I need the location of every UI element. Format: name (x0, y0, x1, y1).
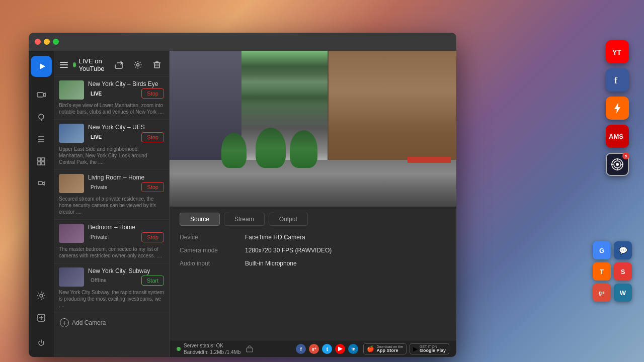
main-content: LIVE on YouTube (29, 51, 456, 357)
title-bar (29, 33, 456, 51)
sidebar (29, 51, 54, 357)
small-dock-t[interactable]: T (593, 262, 611, 281)
s-label: S (621, 268, 625, 276)
small-dock-g[interactable]: G (593, 241, 611, 259)
live-dot (73, 62, 76, 67)
camera-item-nyc-subway[interactable]: New York City, Subway Offline Start New … (54, 263, 169, 313)
dock-facebook[interactable]: f (606, 68, 629, 92)
camera-name-bedroom: Bedroom – Home (88, 224, 164, 231)
camera-thumb-nyc-ues (59, 124, 84, 143)
social-twitter[interactable]: t (322, 344, 332, 354)
add-camera-label: Add Camera (72, 319, 106, 326)
dock-flash[interactable] (606, 97, 629, 120)
small-dock-s[interactable]: S (614, 262, 632, 281)
svg-text:f: f (614, 75, 618, 85)
playstore-text: GET IT ON Google Play (420, 345, 446, 353)
social-facebook[interactable]: f (296, 344, 306, 354)
sidebar-item-broadcast[interactable] (32, 174, 50, 193)
topbar-actions (112, 58, 164, 72)
app-logo[interactable] (31, 56, 52, 77)
camera-status-nyc-ues: LIVE (88, 134, 104, 140)
svg-point-4 (39, 114, 44, 119)
camera-btn-bedroom[interactable]: Stop (141, 232, 164, 242)
maximize-button[interactable] (53, 39, 59, 45)
camera-mode-label: Camera mode (180, 247, 245, 254)
social-googleplus[interactable]: g+ (309, 344, 319, 354)
server-status: Server status: OK Bandwidth: 1.2Mb /1.4M… (177, 342, 296, 355)
camera-list-topbar: LIVE on YouTube (54, 53, 169, 76)
svg-rect-22 (247, 348, 253, 352)
svg-rect-12 (38, 182, 42, 185)
small-dock: G 💬 T S g+ W (593, 241, 632, 302)
camera-btn-nyc-subway[interactable]: Start (141, 276, 164, 286)
small-dock-w[interactable]: W (614, 284, 632, 302)
camera-btn-nyc-birds-eye[interactable]: Stop (141, 88, 164, 99)
add-camera-button[interactable]: + Add Camera (54, 313, 169, 332)
camera-btn-living-room[interactable]: Stop (141, 182, 164, 192)
status-text: Server status: OK Bandwidth: 1.2Mb /1.4M… (184, 342, 240, 355)
social-linkedin[interactable]: in (348, 344, 358, 354)
social-youtube[interactable]: ▶ (335, 344, 345, 354)
dock-ams[interactable]: AMS (606, 125, 629, 148)
apple-icon: 🍎 (367, 345, 374, 352)
playstore-badge[interactable]: ▶ GET IT ON Google Play (410, 343, 449, 354)
camera-item-nyc-ues[interactable]: New York City – UES LIVE Stop Upper East… (54, 120, 169, 169)
close-button[interactable] (35, 39, 41, 45)
camera-item-living-room[interactable]: Living Room – Home Private Stop Secured … (54, 170, 169, 220)
status-line1: Server status: OK (184, 342, 240, 349)
settings-icon[interactable] (131, 58, 145, 72)
tab-output[interactable]: Output (269, 213, 308, 226)
g-label: G (599, 247, 604, 254)
svg-marker-25 (614, 103, 620, 114)
tab-stream[interactable]: Stream (224, 213, 265, 226)
trash-icon[interactable] (150, 58, 164, 72)
camera-thumb-living-room (59, 174, 84, 193)
camera-name-nyc-ues: New York City – UES (88, 124, 164, 131)
sidebar-item-power[interactable] (32, 334, 50, 352)
dock-target[interactable]: 5 (606, 153, 629, 176)
video-preview (170, 51, 456, 207)
sidebar-item-settings[interactable] (32, 287, 50, 305)
camera-name-living-room: Living Room – Home (88, 174, 164, 181)
sidebar-item-plus[interactable] (32, 309, 50, 327)
minimize-button[interactable] (44, 39, 50, 45)
social-icons: f g+ t ▶ in (296, 344, 358, 354)
appstore-badge[interactable]: 🍎 Download on the App Store (363, 343, 407, 354)
audio-input-label: Audio input (180, 260, 245, 267)
sidebar-item-cameras[interactable] (32, 86, 50, 104)
menu-icon[interactable] (60, 62, 68, 68)
camera-desc-living-room: Secured stream of a private residence, t… (59, 196, 164, 215)
sidebar-item-list[interactable] (32, 130, 50, 148)
small-dock-chat[interactable]: 💬 (614, 241, 632, 259)
sidebar-item-map[interactable] (32, 108, 50, 126)
svg-rect-11 (42, 162, 45, 165)
camera-status-bedroom: Private (88, 234, 110, 240)
svg-text:YT: YT (612, 48, 621, 56)
app-window: LIVE on YouTube (29, 33, 456, 357)
share-icon[interactable] (112, 58, 126, 72)
tab-source[interactable]: Source (180, 213, 220, 226)
tab-row: Source Stream Output (180, 213, 446, 226)
camera-thumb-nyc-subway (59, 267, 84, 287)
dock-youtube[interactable]: YT (606, 40, 629, 63)
info-row-device: Device FaceTime HD Camera (180, 234, 446, 241)
svg-rect-10 (38, 162, 41, 165)
status-bar: Server status: OK Bandwidth: 1.2Mb /1.4M… (170, 340, 456, 357)
tree-2 (221, 133, 247, 168)
app-badges: 🍎 Download on the App Store ▶ GET IT ON … (363, 343, 449, 354)
camera-mode-value: 644x362 30 FPS (RAWVIDEO) (245, 247, 332, 254)
small-dock-gplus[interactable]: g+ (593, 284, 611, 302)
camera-btn-nyc-ues[interactable]: Stop (141, 132, 164, 142)
camera-name-nyc-birds-eye: New York City – Birds Eye (88, 80, 164, 87)
appstore-text: Download on the App Store (376, 345, 403, 353)
camera-item-bedroom[interactable]: Bedroom – Home Private Stop The master b… (54, 220, 169, 263)
svg-point-13 (40, 294, 43, 297)
camera-item-nyc-birds-eye[interactable]: New York City – Birds Eye LIVE Stop Bird… (54, 76, 169, 120)
right-panel: Source Stream Output Device FaceTime HD … (170, 51, 456, 357)
camera-desc-nyc-birds-eye: Bird's-eye view of Lower Manhattan, zoom… (59, 102, 164, 115)
sidebar-item-grid[interactable] (32, 152, 50, 170)
device-label: Device (180, 234, 245, 241)
camera-items: New York City – Birds Eye LIVE Stop Bird… (54, 76, 169, 313)
play-icon: ▶ (413, 345, 418, 352)
svg-rect-2 (37, 93, 43, 97)
